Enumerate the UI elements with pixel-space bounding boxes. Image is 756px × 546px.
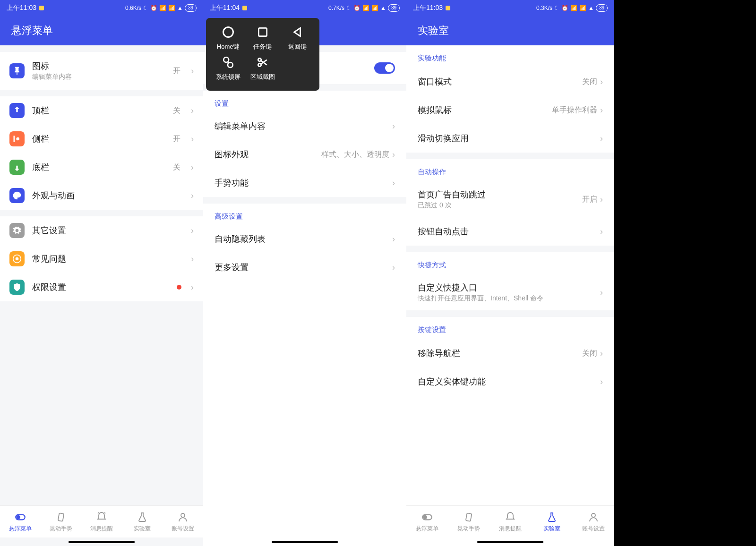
flask-icon	[546, 511, 558, 523]
item-icon-appearance[interactable]: 图标外观样式、大小、透明度›	[203, 140, 406, 169]
status-bar: 上午11:03 0.3K/s ☾ ⏰ 📶 📶 ▲ 39	[406, 0, 614, 16]
item-faq[interactable]: 常见问题 ›	[0, 245, 203, 273]
item-title: 图标	[32, 60, 165, 72]
shake-icon	[55, 511, 67, 523]
status-time: 上午11:03	[7, 4, 36, 12]
item-mouse[interactable]: 模拟鼠标单手操作利器›	[406, 96, 614, 124]
popup-home[interactable]: Home键	[212, 25, 245, 51]
nav-lab[interactable]: 实验室	[531, 506, 573, 537]
popup-back[interactable]: 返回键	[281, 25, 314, 51]
item-shortcut[interactable]: 自定义快捷入口快速打开任意应用界面、Intent、Shell 命令 ›	[406, 274, 614, 310]
wifi-icon: ▲	[588, 5, 594, 11]
screen-3: 上午11:03 0.3K/s ☾ ⏰ 📶 📶 ▲ 39 实验室 实验功能 窗口模…	[406, 0, 614, 546]
chevron-right-icon: ›	[392, 263, 395, 273]
bottombar-icon	[9, 160, 25, 175]
chevron-right-icon: ›	[191, 162, 194, 172]
bell-icon	[95, 511, 108, 523]
screen-1: 上午11:03 0.6K/s ☾ ⏰ 📶 📶 ▲ 39 悬浮菜单 图标 编辑菜单…	[0, 0, 203, 546]
nav-float-menu[interactable]: 悬浮菜单	[0, 506, 41, 537]
app-bar: 悬浮菜单	[0, 16, 203, 45]
item-auto-click[interactable]: 按钮自动点击›	[406, 217, 614, 246]
item-appearance[interactable]: 外观与动画 ›	[0, 181, 203, 210]
moon-icon: ☾	[554, 5, 559, 11]
item-edit-menu[interactable]: 编辑菜单内容›	[203, 112, 406, 140]
nav-shake[interactable]: 晃动手势	[448, 506, 490, 537]
switch-toggle[interactable]	[374, 62, 395, 74]
nav-account[interactable]: 账号设置	[573, 506, 614, 537]
home-indicator[interactable]	[203, 537, 406, 546]
item-title: 常见问题	[32, 253, 183, 264]
item-value: 关	[173, 106, 180, 116]
screen-2: 上午11:04 0.7K/s ☾ ⏰ 📶 📶 ▲ 39 ← 图标 Home键 任…	[203, 0, 406, 546]
section-header: 设置	[203, 91, 406, 112]
toggle-icon	[421, 511, 433, 523]
popup-tasks[interactable]: 任务键	[246, 25, 279, 51]
palette-icon	[9, 188, 25, 203]
user-icon	[177, 511, 189, 523]
nav-float-menu[interactable]: 悬浮菜单	[406, 506, 448, 537]
item-value: 开	[173, 66, 180, 76]
recording-indicator-icon	[242, 6, 247, 10]
recording-indicator-icon	[446, 6, 450, 10]
pin-icon	[9, 63, 25, 78]
svg-rect-16	[466, 513, 472, 521]
alarm-icon: ⏰	[561, 5, 568, 11]
status-time: 上午11:03	[413, 4, 443, 12]
chevron-right-icon: ›	[392, 178, 395, 188]
signal-icon: 📶	[159, 5, 166, 11]
battery-icon: 39	[388, 4, 400, 12]
popup-screenshot[interactable]: 区域截图	[246, 55, 279, 81]
item-permissions[interactable]: 权限设置 ›	[0, 273, 203, 301]
nav-account[interactable]: 账号设置	[163, 506, 203, 537]
chevron-right-icon: ›	[600, 227, 603, 237]
item-bottombar[interactable]: 底栏 关 ›	[0, 153, 203, 181]
chevron-right-icon: ›	[600, 288, 603, 298]
chevron-right-icon: ›	[191, 254, 194, 264]
page-title: 悬浮菜单	[11, 24, 53, 38]
wifi-icon: ▲	[177, 5, 183, 11]
item-other[interactable]: 其它设置 ›	[0, 216, 203, 245]
item-autohide[interactable]: 自动隐藏列表›	[203, 225, 406, 253]
content-scroll[interactable]: 开关 设置 编辑菜单内容› 图标外观样式、大小、透明度› 手势功能› 高级设置 …	[203, 45, 406, 537]
item-icon-settings[interactable]: 图标 编辑菜单内容 开 ›	[0, 52, 203, 90]
svg-point-3	[16, 257, 19, 261]
item-title: 侧栏	[32, 133, 165, 145]
page-title: 实验室	[418, 24, 449, 38]
network-speed: 0.6K/s	[125, 5, 141, 11]
chevron-right-icon: ›	[392, 121, 395, 131]
item-title: 顶栏	[32, 105, 165, 116]
chevron-right-icon: ›	[191, 226, 194, 236]
svg-point-17	[592, 513, 595, 517]
chevron-right-icon: ›	[191, 282, 194, 292]
item-sidebar[interactable]: 侧栏 开 ›	[0, 125, 203, 153]
item-custom-keys[interactable]: 自定义实体键功能›	[406, 367, 614, 396]
home-indicator[interactable]	[0, 537, 203, 546]
content-scroll[interactable]: 图标 编辑菜单内容 开 › 顶栏 关 › 侧栏 开 › 底栏 关 › 外观与动画	[0, 45, 203, 505]
item-window-mode[interactable]: 窗口模式关闭›	[406, 68, 614, 96]
item-topbar[interactable]: 顶栏 关 ›	[0, 96, 203, 125]
content-scroll[interactable]: 实验功能 窗口模式关闭› 模拟鼠标单手操作利器› 滑动切换应用› 自动操作 首页…	[406, 45, 614, 505]
flask-icon	[136, 511, 148, 523]
popup-lock[interactable]: 系统锁屏	[212, 55, 245, 81]
svg-point-5	[17, 515, 20, 519]
item-more[interactable]: 更多设置›	[203, 253, 406, 282]
item-value: 关	[173, 162, 180, 172]
section-header: 实验功能	[406, 45, 614, 68]
nav-notify[interactable]: 消息提醒	[490, 506, 531, 537]
item-slide-switch[interactable]: 滑动切换应用›	[406, 124, 614, 153]
item-gesture[interactable]: 手势功能›	[203, 169, 406, 197]
section-header: 高级设置	[203, 204, 406, 225]
nav-shake[interactable]: 晃动手势	[41, 506, 81, 537]
nav-notify[interactable]: 消息提醒	[81, 506, 122, 537]
home-indicator[interactable]	[406, 537, 614, 546]
nav-lab[interactable]: 实验室	[122, 506, 163, 537]
item-remove-nav[interactable]: 移除导航栏关闭›	[406, 339, 614, 367]
alarm-icon: ⏰	[353, 5, 361, 11]
shield-icon	[9, 280, 25, 295]
svg-rect-6	[58, 513, 64, 521]
chevron-right-icon: ›	[600, 105, 603, 115]
floating-menu-popup[interactable]: Home键 任务键 返回键 系统锁屏 区域截图	[206, 18, 319, 91]
item-ad-skip[interactable]: 首页广告自动跳过已跳过 0 次 开启›	[406, 181, 614, 217]
section-header: 按键设置	[406, 317, 614, 339]
signal-icon-2: 📶	[371, 5, 378, 11]
